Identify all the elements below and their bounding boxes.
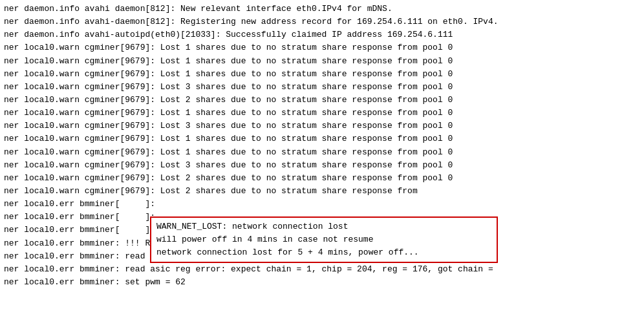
log-line: ner local0.warn cgminer[9679]: Lost 1 sh… bbox=[4, 107, 640, 120]
log-line: ner daemon.info avahi-autoipd(eth0)[2103… bbox=[4, 28, 640, 41]
log-line: ner local0.warn cgminer[9679]: Lost 2 sh… bbox=[4, 94, 640, 107]
log-line: ner local0.err bmminer: set pwm = 62 bbox=[4, 276, 640, 289]
log-line: ner local0.warn cgminer[9679]: Lost 1 sh… bbox=[4, 55, 640, 68]
log-line: ner local0.err bmminer[ ]: bbox=[4, 198, 640, 211]
alert-line-3: network connection lost for 5 + 4 mins, … bbox=[156, 246, 491, 259]
network-alert-box: WARN_NET_LOST: network connection lost w… bbox=[150, 216, 498, 263]
alert-line-1: WARN_NET_LOST: network connection lost bbox=[156, 220, 491, 233]
log-line: ner local0.warn cgminer[9679]: Lost 1 sh… bbox=[4, 132, 640, 145]
log-line: ner local0.warn cgminer[9679]: Lost 3 sh… bbox=[4, 159, 640, 172]
log-line: ner local0.warn cgminer[9679]: Lost 1 sh… bbox=[4, 146, 640, 159]
alert-line-2: will power off in 4 mins in case not res… bbox=[156, 233, 491, 246]
log-line: ner local0.warn cgminer[9679]: Lost 1 sh… bbox=[4, 41, 640, 54]
log-line: ner local0.warn cgminer[9679]: Lost 1 sh… bbox=[4, 68, 640, 81]
log-container: ner daemon.info avahi daemon[812]: New r… bbox=[0, 0, 644, 327]
log-line: ner local0.err bmminer: read asic reg er… bbox=[4, 263, 640, 276]
log-line: ner local0.warn cgminer[9679]: Lost 2 sh… bbox=[4, 172, 640, 185]
log-line: ner local0.warn cgminer[9679]: Lost 3 sh… bbox=[4, 81, 640, 94]
log-line: ner local0.warn cgminer[9679]: Lost 3 sh… bbox=[4, 120, 640, 132]
log-line: ner daemon.info avahi-daemon[812]: Regis… bbox=[4, 16, 640, 28]
log-line: ner daemon.info avahi daemon[812]: New r… bbox=[4, 3, 640, 16]
log-line: ner local0.warn cgminer[9679]: Lost 2 sh… bbox=[4, 185, 640, 198]
